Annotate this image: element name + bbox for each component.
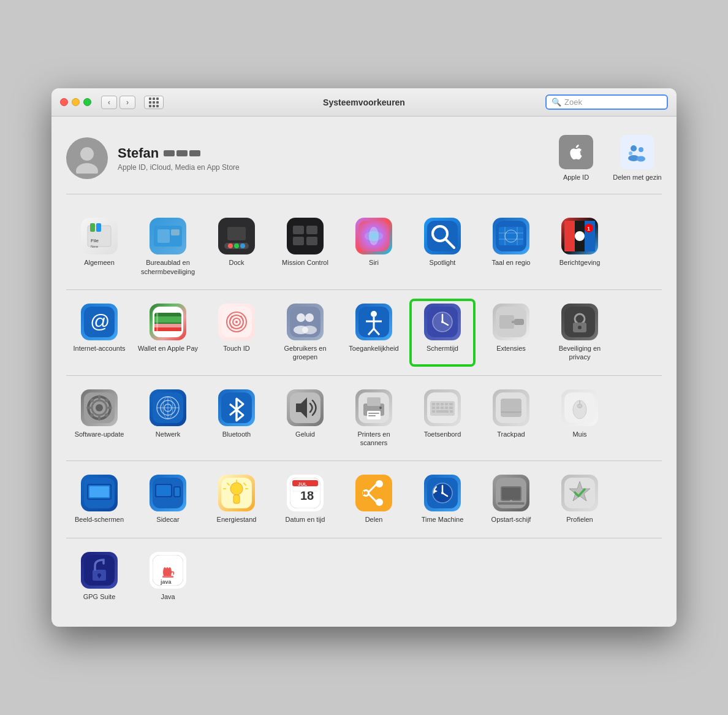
svg-text:New: New xyxy=(91,245,99,248)
pref-item-spotlight[interactable]: Spotlight xyxy=(409,213,476,281)
pref-icon-dock xyxy=(218,218,255,254)
search-input[interactable] xyxy=(564,98,662,107)
svg-point-2 xyxy=(631,145,637,151)
pref-item-internet[interactable]: @ Internet-accounts xyxy=(66,299,132,367)
pref-item-gebruikers[interactable]: Gebruikers en groepen xyxy=(272,299,338,367)
pref-item-muis[interactable]: Muis xyxy=(547,384,613,453)
grid-view-button[interactable] xyxy=(144,96,164,109)
svg-point-42 xyxy=(575,231,585,241)
svg-point-4 xyxy=(629,151,632,155)
svg-rect-141 xyxy=(89,486,109,497)
pref-item-mission[interactable]: Mission Control xyxy=(272,213,338,281)
avatar-icon xyxy=(72,143,102,174)
avatar[interactable] xyxy=(66,137,108,179)
beeldschermen-icon xyxy=(84,478,115,508)
pref-icon-spotlight xyxy=(424,218,461,254)
pref-icon-gebruikers xyxy=(287,304,324,340)
close-button[interactable] xyxy=(60,98,68,106)
svg-point-177 xyxy=(510,500,512,502)
pref-item-wallet[interactable]: Wallet en Apple Pay xyxy=(135,299,201,367)
pref-icon-delen xyxy=(355,475,392,511)
pref-label-netwerk: Netwerk xyxy=(156,430,180,438)
svg-point-59 xyxy=(297,313,305,322)
pref-label-gebruikers: Gebruikers en groepen xyxy=(275,344,336,362)
pref-item-bluetooth[interactable]: Bluetooth xyxy=(203,384,270,453)
svg-rect-130 xyxy=(501,399,521,417)
search-box[interactable]: 🔍 xyxy=(545,94,668,110)
pref-icon-software xyxy=(81,389,118,426)
pref-item-datum[interactable]: JUL 18 Datum en tijd xyxy=(272,470,338,529)
svg-rect-24 xyxy=(293,237,304,245)
pref-item-berichtgeving[interactable]: 1 Berichtgeving xyxy=(547,213,613,281)
pref-item-profielen[interactable]: Profielen xyxy=(547,470,613,529)
pref-icon-profielen xyxy=(561,475,598,511)
pref-item-opstart[interactable]: Opstart-schijf xyxy=(478,470,544,529)
svg-point-150 xyxy=(230,483,243,495)
algemeen-icon: File New xyxy=(84,221,115,251)
pref-item-siri[interactable]: Siri xyxy=(341,213,407,281)
pref-icon-schermtijd xyxy=(424,304,461,340)
pref-icon-printers xyxy=(355,389,392,426)
pref-label-muis: Muis xyxy=(572,430,586,438)
pref-item-gpg[interactable]: GPG Suite xyxy=(66,547,132,606)
section-5: GPG Suite java Java xyxy=(66,538,662,614)
pref-item-delen[interactable]: Delen xyxy=(341,470,407,529)
pref-item-beveiliging[interactable]: Beveiliging en privacy xyxy=(547,299,613,367)
pref-label-touchid: Touch ID xyxy=(223,344,249,353)
pref-item-software[interactable]: Software-update xyxy=(66,384,132,453)
pref-item-trackpad[interactable]: Trackpad xyxy=(478,384,544,453)
traffic-lights xyxy=(60,98,91,106)
apple-id-label: Apple ID xyxy=(563,173,589,182)
pref-label-algemeen: Algemeen xyxy=(84,258,115,267)
beveiliging-icon xyxy=(564,307,595,337)
pref-item-toetsenbord[interactable]: Toetsenbord xyxy=(409,384,476,453)
pref-label-beeldschermen: Beeld-schermen xyxy=(75,515,124,524)
pref-item-energie[interactable]: Energiestand xyxy=(203,470,270,529)
pref-item-sidecar[interactable]: Sidecar xyxy=(135,470,201,529)
pref-icon-extensies xyxy=(493,304,529,340)
pref-item-beeldschermen[interactable]: Beeld-schermen xyxy=(66,470,132,529)
pref-item-algemeen[interactable]: File New Algemeen xyxy=(66,213,132,281)
bureaublad-icon xyxy=(153,221,183,251)
pref-label-schermtijd: Schermtijd xyxy=(427,344,458,353)
pref-label-extensies: Extensies xyxy=(496,344,526,353)
pref-label-datum: Datum en tijd xyxy=(286,515,325,524)
pref-item-schermtijd[interactable]: Schermtijd xyxy=(409,299,476,367)
pref-item-taal[interactable]: Taal en regio xyxy=(478,213,544,281)
svg-rect-76 xyxy=(514,319,524,325)
pref-icon-muis xyxy=(561,389,598,426)
toetsenbord-icon xyxy=(427,392,458,423)
pref-item-timemachine[interactable]: Time Machine xyxy=(409,470,476,529)
svg-point-3 xyxy=(639,147,643,152)
delen-icon xyxy=(358,478,389,508)
main-window: ‹ › Systeemvoorkeuren 🔍 xyxy=(51,88,677,627)
svg-rect-86 xyxy=(98,395,100,400)
apple-id-item[interactable]: Apple ID xyxy=(552,135,601,182)
family-sharing-label: Delen met gezin xyxy=(613,173,662,182)
family-sharing-item[interactable]: Delen met gezin xyxy=(613,135,662,182)
pref-icon-taal xyxy=(493,218,529,254)
pref-item-printers[interactable]: Printers en scanners xyxy=(341,384,407,453)
section-3: Software-update Ne xyxy=(66,376,662,462)
minimize-button[interactable] xyxy=(72,98,80,106)
forward-button[interactable]: › xyxy=(119,96,135,109)
pref-item-netwerk[interactable]: Netwerk xyxy=(135,384,201,453)
pref-label-siri: Siri xyxy=(369,258,379,267)
pref-item-toegankelijkheid[interactable]: Toegankelijkheid xyxy=(341,299,407,367)
pref-item-java[interactable]: java Java xyxy=(135,547,201,606)
berichtgeving-icon: 1 xyxy=(564,221,595,251)
pref-item-geluid[interactable]: Geluid xyxy=(272,384,338,453)
java-icon: java xyxy=(153,555,183,586)
svg-point-85 xyxy=(96,404,103,411)
svg-point-167 xyxy=(364,491,368,495)
sidecar-icon xyxy=(153,478,183,508)
maximize-button[interactable] xyxy=(83,98,91,106)
back-button[interactable]: ‹ xyxy=(101,96,117,109)
pref-item-touchid[interactable]: Touch ID xyxy=(203,299,270,367)
pref-item-dock[interactable]: Dock xyxy=(203,213,270,281)
pref-item-extensies[interactable]: Extensies xyxy=(478,299,544,367)
pref-icon-energie xyxy=(218,475,255,511)
pref-item-bureaublad[interactable]: Bureaublad en schermbeveiliging xyxy=(135,213,201,281)
pref-icon-timemachine xyxy=(424,475,461,511)
svg-rect-126 xyxy=(432,410,435,413)
